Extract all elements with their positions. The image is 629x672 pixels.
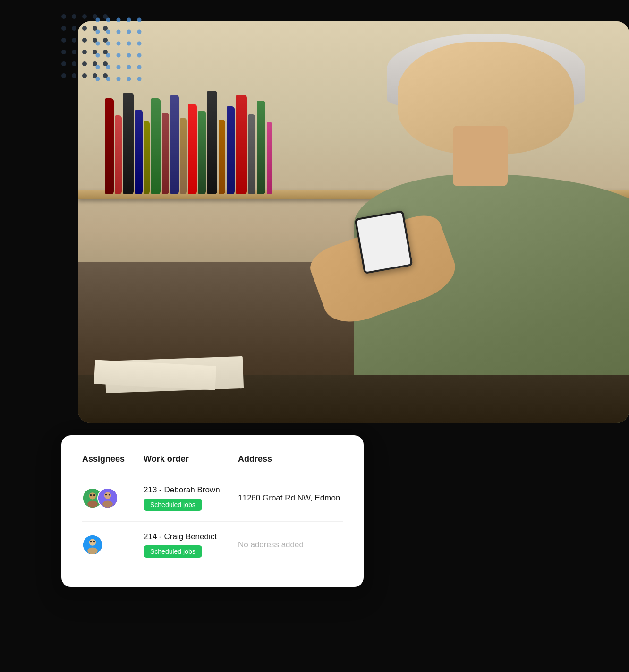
status-badge-row2: Scheduled jobs bbox=[144, 545, 202, 558]
svg-point-66 bbox=[104, 492, 111, 499]
svg-point-32 bbox=[117, 18, 121, 22]
work-order-name-row2: 214 - Craig Benedict bbox=[144, 532, 238, 542]
svg-point-1 bbox=[72, 14, 76, 19]
svg-point-6 bbox=[72, 26, 76, 31]
svg-point-35 bbox=[96, 30, 100, 34]
svg-point-37 bbox=[117, 30, 121, 34]
address-text-row1: 11260 Groat Rd NW, Edmon bbox=[238, 493, 340, 502]
svg-point-0 bbox=[61, 14, 66, 19]
svg-point-12 bbox=[82, 38, 87, 43]
person-neck bbox=[453, 126, 508, 186]
svg-point-31 bbox=[106, 18, 110, 22]
svg-point-54 bbox=[137, 65, 142, 69]
header-assignees: Assignees bbox=[82, 454, 144, 464]
svg-point-74 bbox=[94, 541, 95, 543]
hero-photo bbox=[78, 21, 629, 423]
svg-point-26 bbox=[72, 73, 76, 78]
svg-point-59 bbox=[137, 77, 142, 81]
table-row: 214 - Craig Benedict Scheduled jobs No a… bbox=[82, 522, 343, 568]
svg-point-15 bbox=[61, 50, 66, 54]
svg-point-47 bbox=[117, 53, 121, 58]
work-order-card: Assignees Work order Address bbox=[61, 435, 364, 587]
svg-point-22 bbox=[82, 61, 87, 66]
svg-point-51 bbox=[106, 65, 110, 69]
table-row: 213 - Deborah Brown Scheduled jobs 11260… bbox=[82, 475, 343, 522]
avatar-3 bbox=[82, 534, 103, 555]
svg-point-56 bbox=[106, 77, 110, 81]
dot-grid-blue bbox=[92, 14, 149, 94]
svg-point-27 bbox=[82, 73, 87, 78]
work-order-name-row1: 213 - Deborah Brown bbox=[144, 485, 238, 495]
svg-point-38 bbox=[127, 30, 131, 34]
svg-point-61 bbox=[89, 492, 96, 500]
svg-point-36 bbox=[106, 30, 110, 34]
svg-point-48 bbox=[127, 53, 131, 58]
address-row1: 11260 Groat Rd NW, Edmon bbox=[238, 493, 343, 503]
header-address: Address bbox=[238, 454, 343, 464]
svg-point-68 bbox=[105, 494, 107, 496]
svg-point-50 bbox=[96, 65, 100, 69]
svg-point-55 bbox=[96, 77, 100, 81]
svg-point-45 bbox=[96, 53, 100, 58]
svg-point-49 bbox=[137, 53, 142, 58]
assignee-avatars-row2 bbox=[82, 534, 144, 555]
svg-point-21 bbox=[72, 61, 76, 66]
phone-screen bbox=[357, 212, 411, 272]
svg-point-52 bbox=[117, 65, 121, 69]
svg-point-30 bbox=[96, 18, 100, 22]
address-row2: No address added bbox=[238, 540, 343, 550]
work-order-row2: 214 - Craig Benedict Scheduled jobs bbox=[144, 532, 238, 558]
svg-point-39 bbox=[137, 30, 142, 34]
assignee-avatars-row1 bbox=[82, 488, 144, 508]
svg-point-42 bbox=[117, 42, 121, 46]
svg-point-25 bbox=[61, 73, 66, 78]
svg-point-53 bbox=[127, 65, 131, 69]
svg-point-73 bbox=[90, 541, 92, 543]
svg-point-41 bbox=[106, 42, 110, 46]
svg-point-33 bbox=[127, 18, 131, 22]
svg-point-10 bbox=[61, 38, 66, 43]
svg-point-5 bbox=[61, 26, 66, 31]
svg-point-43 bbox=[127, 42, 131, 46]
svg-point-11 bbox=[72, 38, 76, 43]
svg-point-16 bbox=[72, 50, 76, 54]
header-work-order: Work order bbox=[144, 454, 238, 464]
avatar-2 bbox=[97, 488, 118, 508]
svg-point-63 bbox=[90, 494, 92, 496]
svg-point-57 bbox=[117, 77, 121, 81]
svg-point-17 bbox=[82, 50, 87, 54]
svg-point-69 bbox=[109, 494, 110, 496]
svg-point-34 bbox=[137, 18, 142, 22]
svg-point-44 bbox=[137, 42, 142, 46]
svg-point-46 bbox=[106, 53, 110, 58]
svg-point-2 bbox=[82, 14, 87, 19]
svg-point-71 bbox=[89, 539, 96, 546]
svg-point-58 bbox=[127, 77, 131, 81]
table-header: Assignees Work order Address bbox=[82, 454, 343, 473]
address-empty-row2: No address added bbox=[238, 540, 304, 549]
work-order-row1: 213 - Deborah Brown Scheduled jobs bbox=[144, 485, 238, 511]
svg-point-7 bbox=[82, 26, 87, 31]
svg-point-72 bbox=[87, 547, 98, 554]
svg-point-64 bbox=[94, 494, 95, 496]
svg-point-67 bbox=[102, 500, 113, 508]
svg-point-40 bbox=[96, 42, 100, 46]
phone-device bbox=[355, 210, 413, 274]
status-badge-row1: Scheduled jobs bbox=[144, 499, 202, 511]
svg-point-20 bbox=[61, 61, 66, 66]
svg-point-62 bbox=[87, 500, 98, 508]
